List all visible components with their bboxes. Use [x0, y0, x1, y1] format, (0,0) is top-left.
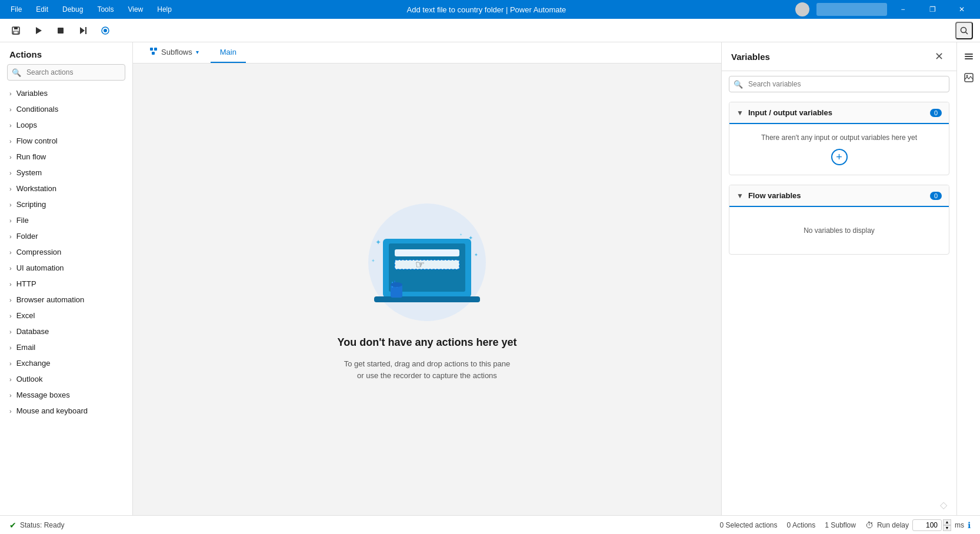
- stop-button[interactable]: [52, 22, 69, 39]
- run-button[interactable]: [29, 22, 47, 39]
- action-item-loops[interactable]: ›Loops: [0, 117, 132, 133]
- toolbar-search-button[interactable]: [955, 22, 973, 39]
- minimize-button[interactable]: −: [889, 0, 916, 19]
- action-label: Folder: [16, 232, 38, 241]
- action-item-outlook[interactable]: ›Outlook: [0, 371, 132, 387]
- action-item-file[interactable]: ›File: [0, 212, 132, 228]
- chevron-icon: ›: [9, 376, 12, 383]
- step-button[interactable]: [74, 22, 92, 39]
- action-label: Workstation: [16, 184, 56, 193]
- flow-section-title: Flow variables: [748, 191, 930, 200]
- chevron-icon: ›: [9, 328, 12, 335]
- chevron-icon: ›: [9, 106, 12, 113]
- action-label: Mouse and keyboard: [16, 406, 88, 415]
- action-item-email[interactable]: ›Email: [0, 339, 132, 355]
- svg-rect-18: [395, 249, 459, 256]
- action-item-flow-control[interactable]: ›Flow control: [0, 133, 132, 149]
- clock-icon: ⏱: [865, 520, 874, 530]
- section-chevron-icon: ▼: [736, 192, 744, 200]
- status-check-icon: ✔: [9, 520, 16, 530]
- save-button[interactable]: [7, 22, 25, 39]
- search-actions-input[interactable]: [7, 64, 125, 81]
- action-item-browser-automation[interactable]: ›Browser automation: [0, 292, 132, 308]
- svg-rect-6: [85, 27, 86, 34]
- svg-rect-33: [965, 56, 973, 57]
- run-delay-decrement[interactable]: ▼: [943, 525, 951, 531]
- variables-title: Variables: [731, 52, 770, 62]
- app-body: Actions 🔍 ›Variables ›Conditionals ›Loop…: [0, 19, 980, 534]
- action-item-database[interactable]: ›Database: [0, 323, 132, 339]
- action-item-workstation[interactable]: ›Workstation: [0, 181, 132, 196]
- chevron-icon: ›: [9, 360, 12, 367]
- action-item-run-flow[interactable]: ›Run flow: [0, 149, 132, 165]
- run-delay-input[interactable]: [912, 519, 942, 531]
- run-delay-info-icon[interactable]: ℹ: [968, 520, 971, 530]
- actions-panel: Actions 🔍 ›Variables ›Conditionals ›Loop…: [0, 42, 133, 515]
- menu-file[interactable]: File: [5, 3, 28, 16]
- action-item-http[interactable]: ›HTTP: [0, 276, 132, 292]
- input-output-count-badge: 0: [930, 109, 942, 117]
- main-canvas: Subflows ▾ Main: [133, 42, 721, 515]
- action-item-system[interactable]: ›System: [0, 165, 132, 181]
- svg-text:☞: ☞: [415, 259, 425, 271]
- menu-debug[interactable]: Debug: [56, 3, 89, 16]
- restore-button[interactable]: ❐: [919, 0, 946, 19]
- action-item-message-boxes[interactable]: ›Message boxes: [0, 387, 132, 403]
- run-delay-increment[interactable]: ▲: [943, 519, 951, 525]
- tabs-bar: Subflows ▾ Main: [133, 42, 721, 64]
- chevron-icon: ›: [9, 344, 12, 351]
- action-item-conditionals[interactable]: ›Conditionals: [0, 101, 132, 117]
- user-avatar[interactable]: [795, 2, 809, 16]
- svg-rect-1: [14, 27, 18, 29]
- image-button[interactable]: [959, 68, 978, 87]
- svg-text:✦: ✦: [474, 252, 478, 258]
- action-item-folder[interactable]: ›Folder: [0, 228, 132, 244]
- action-item-ui-automation[interactable]: ›UI automation: [0, 260, 132, 276]
- actions-list: ›Variables ›Conditionals ›Loops ›Flow co…: [0, 85, 132, 515]
- section-chevron-icon: ▼: [736, 109, 744, 117]
- variables-spacer: [722, 259, 956, 495]
- search-variables-input[interactable]: [729, 76, 949, 92]
- variables-close-button[interactable]: ✕: [931, 48, 947, 65]
- right-icons-bar: [956, 42, 980, 515]
- action-item-excel[interactable]: ›Excel: [0, 308, 132, 323]
- menu-tools[interactable]: Tools: [91, 3, 119, 16]
- tab-main[interactable]: Main: [211, 42, 246, 63]
- menu-view[interactable]: View: [122, 3, 149, 16]
- action-label: Email: [16, 343, 36, 352]
- action-label: System: [16, 168, 42, 177]
- close-button[interactable]: ✕: [948, 0, 975, 19]
- record-button[interactable]: [96, 22, 114, 39]
- action-label: Browser automation: [16, 295, 85, 304]
- action-label: Variables: [16, 89, 48, 98]
- action-label: Outlook: [16, 375, 43, 383]
- add-input-output-variable-button[interactable]: +: [831, 149, 848, 165]
- action-label: UI automation: [16, 263, 64, 272]
- tab-subflows[interactable]: Subflows ▾: [140, 42, 208, 63]
- svg-rect-32: [965, 58, 973, 59]
- menu-help[interactable]: Help: [151, 3, 178, 16]
- menu-edit[interactable]: Edit: [30, 3, 54, 16]
- action-item-variables[interactable]: ›Variables: [0, 85, 132, 101]
- status-ready: ✔ Status: Ready: [9, 520, 64, 530]
- layers-button[interactable]: [959, 47, 978, 66]
- action-item-compression[interactable]: ›Compression: [0, 244, 132, 260]
- chevron-icon: ›: [9, 90, 12, 97]
- chevron-icon: ›: [9, 408, 12, 415]
- flow-section-body: No variables to display: [729, 207, 949, 254]
- action-item-exchange[interactable]: ›Exchange: [0, 355, 132, 371]
- selected-actions-count: 0 Selected actions: [719, 521, 777, 529]
- action-label: Flow control: [16, 136, 58, 145]
- action-item-scripting[interactable]: ›Scripting: [0, 196, 132, 212]
- flow-section-header[interactable]: ▼ Flow variables 0: [729, 185, 949, 207]
- svg-rect-13: [152, 52, 155, 55]
- titlebar-controls: − ❐ ✕: [795, 0, 975, 19]
- status-bar: ✔ Status: Ready 0 Selected actions 0 Act…: [0, 515, 980, 534]
- empty-state-illustration: ☞ ✦ ✦ ✦ ✦ ✦: [351, 198, 504, 327]
- chevron-icon: ›: [9, 185, 12, 192]
- chevron-icon: ›: [9, 296, 12, 303]
- action-item-mouse-keyboard[interactable]: ›Mouse and keyboard: [0, 403, 132, 419]
- input-output-section-header[interactable]: ▼ Input / output variables 0: [729, 102, 949, 124]
- run-delay-section: ⏱ Run delay ▲ ▼ ms ℹ: [865, 519, 971, 531]
- variables-search-box: 🔍: [729, 76, 949, 92]
